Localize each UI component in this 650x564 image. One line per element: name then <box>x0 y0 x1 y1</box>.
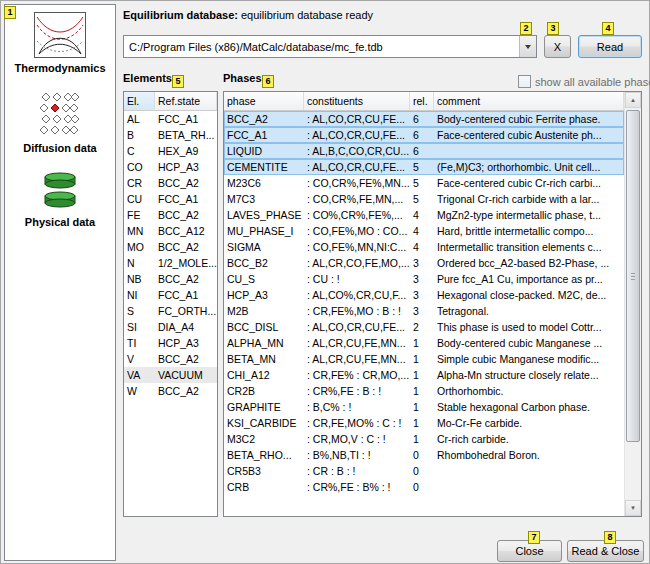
show-all-phases-option[interactable]: show all available phases <box>518 75 650 88</box>
annotation-marker-1: 1 <box>4 6 16 19</box>
element-symbol: B <box>124 129 155 141</box>
column-header-constituents[interactable]: constituents <box>304 92 410 110</box>
column-header-rel[interactable]: rel. <box>410 92 434 110</box>
phase-constituents: : CR,FE,MO% : C : ! <box>304 417 410 429</box>
element-row-co[interactable]: COHCP_A3 <box>124 159 217 175</box>
element-row-c[interactable]: CHEX_A9 <box>124 143 217 159</box>
element-row-nb[interactable]: NBBCC_A2 <box>124 271 217 287</box>
phase-constituents: : AL,B,C,CO,CR,CU... <box>304 145 410 157</box>
show-all-phases-checkbox[interactable] <box>518 75 531 88</box>
element-row-n[interactable]: N1/2_MOLE... <box>124 255 217 271</box>
phase-constituents: : CR,MO,V : C : ! <box>304 433 410 445</box>
scroll-down-arrow-icon[interactable]: ▼ <box>625 500 641 516</box>
annotation-marker-6: 6 <box>262 75 274 88</box>
phase-row-cu-s[interactable]: CU_S: CU : !3Pure fcc_A1 Cu, importance … <box>224 271 624 287</box>
elements-table-header: El. Ref.state <box>124 92 217 111</box>
clear-database-button[interactable]: X <box>544 35 571 58</box>
element-symbol: V <box>124 353 155 365</box>
element-row-va[interactable]: VAVACUUM <box>124 367 217 383</box>
phase-constituents: : B,C% : ! <box>304 401 410 413</box>
phase-constituents: : AL,CO,CR,CU,FE... <box>304 161 410 173</box>
phase-row-m3c2[interactable]: M3C2: CR,MO,V : C : !1Cr-rich carbide. <box>224 431 624 447</box>
element-row-s[interactable]: SFC_ORTH... <box>124 303 217 319</box>
element-row-si[interactable]: SIDIA_A4 <box>124 319 217 335</box>
phase-constituents: : CU : ! <box>304 273 410 285</box>
combobox-dropdown-button[interactable] <box>519 36 536 57</box>
sidebar-item-thermodynamics[interactable]: Thermodynamics <box>5 5 115 74</box>
database-dialog-window: Thermodynamics Diffusion data <box>0 0 650 564</box>
phase-row-chi-a12[interactable]: CHI_A12: CR,FE% : CR,MO,...1Alpha-Mn str… <box>224 367 624 383</box>
phase-row-m2b[interactable]: M2B: CR,FE%,MO : B : !3Tetragonal. <box>224 303 624 319</box>
phase-row-hcp-a3[interactable]: HCP_A3: AL,CO%,CR,CU,F...3Hexagonal clos… <box>224 287 624 303</box>
element-row-mo[interactable]: MOBCC_A2 <box>124 239 217 255</box>
element-row-w[interactable]: WBCC_A2 <box>124 383 217 399</box>
phase-row-alpha-mn[interactable]: ALPHA_MN: AL,CR,CU,FE,MN...1Body-centere… <box>224 335 624 351</box>
column-header-comment[interactable]: comment <box>434 92 624 110</box>
phase-row-mu-phase-i[interactable]: MU_PHASE_I: CO,FE%,MO : CO...4Hard, brit… <box>224 223 624 239</box>
element-symbol: VA <box>124 369 155 381</box>
element-refstate: BETA_RH... <box>155 129 217 141</box>
scroll-up-arrow-icon[interactable]: ▲ <box>625 92 641 108</box>
phase-comment: Intermetallic transition elements c... <box>434 241 624 253</box>
phase-comment: (Fe,M)C3; orthorhombic. Unit cell... <box>434 161 624 173</box>
element-refstate: BCC_A2 <box>155 385 217 397</box>
phase-row-sigma[interactable]: SIGMA: CO,FE%,MN,NI:C...4Intermetallic t… <box>224 239 624 255</box>
element-row-ni[interactable]: NIFCC_A1 <box>124 287 217 303</box>
sidebar-item-label: Physical data <box>25 216 95 228</box>
phase-row-cr5b3[interactable]: CR5B3: CR : B : !0 <box>224 463 624 479</box>
element-row-cu[interactable]: CUFCC_A1 <box>124 191 217 207</box>
element-refstate: DIA_A4 <box>155 321 217 333</box>
phase-row-liquid[interactable]: LIQUID: AL,B,C,CO,CR,CU...6 <box>224 143 624 159</box>
read-button[interactable]: Read <box>578 35 642 58</box>
phase-row-bcc-b2[interactable]: BCC_B2: AL,CR,CO,FE,MO,...3Ordered bcc_A… <box>224 255 624 271</box>
element-refstate: BCC_A2 <box>155 353 217 365</box>
column-header-refstate[interactable]: Ref.state <box>155 92 217 110</box>
column-header-el[interactable]: El. <box>124 92 155 110</box>
phase-rel: 3 <box>410 305 434 317</box>
phase-row-m23c6[interactable]: M23C6: CO,CR%,FE%,MN...5Face-centered cu… <box>224 175 624 191</box>
phase-row-crb[interactable]: CRB: CR%,FE : B% : !0 <box>224 479 624 495</box>
element-refstate: BCC_A12 <box>155 225 217 237</box>
element-row-v[interactable]: VBCC_A2 <box>124 351 217 367</box>
phase-comment: Pure fcc_A1 Cu, importance as pr... <box>434 273 624 285</box>
phase-rel: 1 <box>410 353 434 365</box>
phases-table-body: BCC_A2: AL,CO,CR,CU,FE...6Body-centered … <box>224 111 624 495</box>
scrollbar-thumb[interactable] <box>626 110 640 442</box>
phase-row-beta-mn[interactable]: BETA_MN: AL,CR,CU,FE,MN...1Simple cubic … <box>224 351 624 367</box>
phase-row-bcc-disl[interactable]: BCC_DISL: AL,CO,CR,CU,FE...2This phase i… <box>224 319 624 335</box>
element-symbol: C <box>124 145 155 157</box>
column-header-phase[interactable]: phase <box>224 92 304 110</box>
sidebar-item-physical[interactable]: Physical data <box>5 170 115 228</box>
sidebar-item-diffusion[interactable]: Diffusion data <box>5 90 115 154</box>
element-row-ti[interactable]: TIHCP_A3 <box>124 335 217 351</box>
phase-row-cementite[interactable]: CEMENTITE: AL,CO,CR,CU,FE...5(Fe,M)C3; o… <box>224 159 624 175</box>
phase-row-fcc-a1[interactable]: FCC_A1: AL,CO,CR,CU,FE...6Face-centered … <box>224 127 624 143</box>
element-row-al[interactable]: ALFCC_A1 <box>124 111 217 127</box>
equilibrium-db-header: Equilibrium database: equilibrium databa… <box>123 9 373 21</box>
annotation-marker-2: 2 <box>520 22 532 35</box>
phase-name: BCC_B2 <box>224 257 304 269</box>
phase-row-graphite[interactable]: GRAPHITE: B,C% : !1Stable hexagonal Carb… <box>224 399 624 415</box>
phases-scrollbar[interactable]: ▲ ▼ <box>624 92 641 516</box>
database-path-combobox[interactable]: C:/Program Files (x86)/MatCalc/database/… <box>123 35 537 58</box>
element-row-b[interactable]: BBETA_RH... <box>124 127 217 143</box>
phase-rel: 4 <box>410 225 434 237</box>
element-row-cr[interactable]: CRBCC_A2 <box>124 175 217 191</box>
phase-rel: 2 <box>410 321 434 333</box>
phase-row-cr2b[interactable]: CR2B: CR%,FE : B : !1Orthorhombic. <box>224 383 624 399</box>
phase-row-bcc-a2[interactable]: BCC_A2: AL,CO,CR,CU,FE...6Body-centered … <box>224 111 624 127</box>
phase-name: CRB <box>224 481 304 493</box>
phase-comment: Face-centered cubic Austenite ph... <box>434 129 624 141</box>
annotation-marker-7: 7 <box>528 531 540 544</box>
phase-name: CEMENTITE <box>224 161 304 173</box>
element-row-mn[interactable]: MNBCC_A12 <box>124 223 217 239</box>
phases-table: phase constituents rel. comment BCC_A2: … <box>223 91 642 517</box>
phase-row-ksi-carbide[interactable]: KSI_CARBIDE: CR,FE,MO% : C : !1Mo-Cr-Fe … <box>224 415 624 431</box>
chevron-down-icon <box>525 45 531 49</box>
element-row-fe[interactable]: FEBCC_A2 <box>124 207 217 223</box>
phase-row-beta-rho[interactable]: BETA_RHO...: B%,NB,TI : !0Rhombohedral B… <box>224 447 624 463</box>
element-refstate: BCC_A2 <box>155 273 217 285</box>
phase-row-laves-phase[interactable]: LAVES_PHASE: CO%,CR%,FE%,...4MgZn2-type … <box>224 207 624 223</box>
phase-row-m7c3[interactable]: M7C3: CO,CR%,FE,MN,...5Trigonal Cr-rich … <box>224 191 624 207</box>
phase-rel: 3 <box>410 257 434 269</box>
